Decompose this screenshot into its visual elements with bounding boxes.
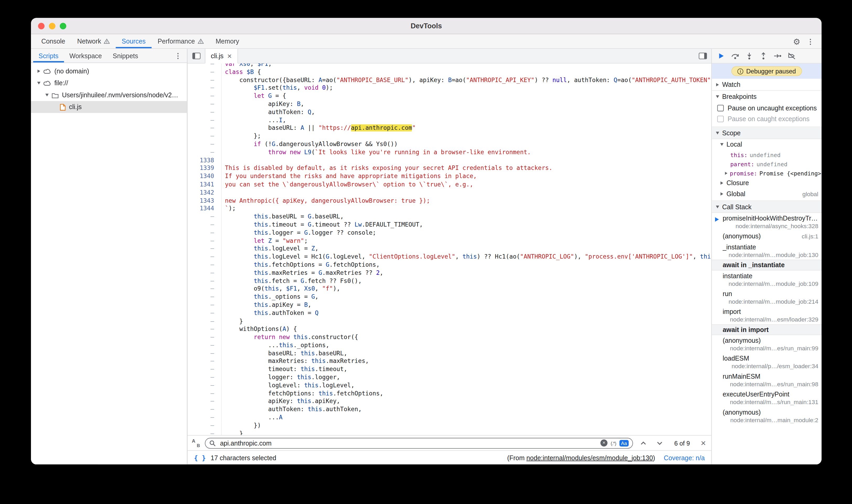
scope-section-header[interactable]: Scope xyxy=(712,127,821,139)
match-case-toggle[interactable]: Aa xyxy=(619,440,628,446)
line-gutter[interactable]: – xyxy=(188,221,222,229)
window-titlebar[interactable]: DevTools xyxy=(31,18,821,34)
line-gutter[interactable]: – xyxy=(188,342,222,350)
line-gutter[interactable]: – xyxy=(188,93,222,101)
line-gutter[interactable]: – xyxy=(188,64,222,68)
line-gutter[interactable]: – xyxy=(188,325,222,334)
deactivate-breakpoints-icon[interactable] xyxy=(786,51,797,61)
call-stack-frame[interactable]: executeUserEntryPointnode:internal/m…s/r… xyxy=(712,389,821,407)
line-gutter[interactable]: – xyxy=(188,358,222,366)
clear-search-icon[interactable]: × xyxy=(600,439,607,447)
line-gutter[interactable]: – xyxy=(188,133,222,141)
line-gutter[interactable]: – xyxy=(188,141,222,149)
coverage-link[interactable]: Coverage: n/a xyxy=(664,454,705,462)
call-stack-frame[interactable]: runMainESMnode:internal/m…es/run_main:98 xyxy=(712,371,821,389)
line-gutter[interactable]: 1342 xyxy=(188,189,222,197)
resume-script-icon[interactable] xyxy=(715,51,726,61)
code-editor[interactable]: –var Xs0, $F1,–class $B {– constructor({… xyxy=(188,64,711,435)
line-gutter[interactable]: – xyxy=(188,430,222,435)
checkbox[interactable] xyxy=(717,116,724,122)
toggle-navigator-icon[interactable] xyxy=(188,49,205,63)
breakpoints-section-header[interactable]: Breakpoints xyxy=(712,91,821,103)
source-map-link[interactable]: node:internal/modules/esm/module_job:130 xyxy=(527,454,653,462)
next-match-button[interactable] xyxy=(654,441,666,445)
step-into-icon[interactable] xyxy=(744,51,755,61)
tab-snippets[interactable]: Snippets xyxy=(107,49,143,62)
line-gutter[interactable]: – xyxy=(188,125,222,133)
line-gutter[interactable]: – xyxy=(188,414,222,422)
disclosure-triangle[interactable] xyxy=(37,82,40,85)
regex-toggle-icon[interactable]: (.*) xyxy=(611,440,616,446)
line-gutter[interactable]: – xyxy=(188,149,222,157)
line-gutter[interactable]: – xyxy=(188,245,222,253)
close-search-icon[interactable]: × xyxy=(698,439,706,447)
line-gutter[interactable]: – xyxy=(188,269,222,277)
call-stack-frame[interactable]: (anonymous)cli.js:1 xyxy=(712,231,821,241)
minimize-window-button[interactable] xyxy=(49,22,55,29)
line-gutter[interactable]: – xyxy=(188,301,222,309)
line-gutter[interactable]: – xyxy=(188,293,222,302)
disclosure-triangle[interactable] xyxy=(46,94,49,96)
settings-gear-icon[interactable]: ⚙ xyxy=(793,37,800,46)
call-stack-frame[interactable]: (anonymous)node:internal/m…main_module:2 xyxy=(712,407,821,425)
line-gutter[interactable]: – xyxy=(188,366,222,374)
scope-variable[interactable]: promise: Promise {<pending>} xyxy=(712,168,821,178)
line-gutter[interactable]: 1341 xyxy=(188,181,222,189)
line-gutter[interactable]: 1339 xyxy=(188,165,222,173)
line-gutter[interactable]: 1344 xyxy=(188,205,222,213)
call-stack-frame[interactable]: importnode:internal/m…esm/loader:329 xyxy=(712,306,821,324)
tab-network[interactable]: Network xyxy=(71,34,116,49)
zoom-window-button[interactable] xyxy=(60,22,66,29)
line-gutter[interactable]: – xyxy=(188,349,222,358)
call-stack-section-header[interactable]: Call Stack xyxy=(712,201,821,213)
toggle-sources-panel-icon[interactable] xyxy=(694,49,711,63)
line-gutter[interactable]: – xyxy=(188,229,222,237)
line-gutter[interactable]: – xyxy=(188,390,222,398)
line-gutter[interactable]: – xyxy=(188,318,222,326)
line-gutter[interactable]: – xyxy=(188,382,222,390)
navigator-more-icon[interactable]: ⋮ xyxy=(169,52,187,60)
line-gutter[interactable]: – xyxy=(188,116,222,125)
line-gutter[interactable]: – xyxy=(188,374,222,382)
tree-item-cli-js[interactable]: cli.js xyxy=(31,101,187,113)
line-gutter[interactable]: – xyxy=(188,277,222,285)
line-gutter[interactable]: 1340 xyxy=(188,173,222,181)
line-gutter[interactable]: – xyxy=(188,309,222,318)
tab-workspace[interactable]: Workspace xyxy=(64,49,107,62)
previous-match-button[interactable] xyxy=(637,441,650,445)
more-options-icon[interactable]: ⋮ xyxy=(807,38,814,45)
line-gutter[interactable]: – xyxy=(188,109,222,117)
line-gutter[interactable]: – xyxy=(188,213,222,221)
line-gutter[interactable]: – xyxy=(188,76,222,85)
scope-group-global[interactable]: Globalglobal xyxy=(712,188,821,199)
line-gutter[interactable]: – xyxy=(188,398,222,406)
line-gutter[interactable]: – xyxy=(188,85,222,93)
call-stack-frame[interactable]: (anonymous)node:internal/m…es/run_main:9… xyxy=(712,335,821,353)
line-gutter[interactable]: – xyxy=(188,253,222,262)
call-stack-frame[interactable]: runnode:internal/m…module_job:214 xyxy=(712,288,821,306)
tab-console[interactable]: Console xyxy=(35,34,71,49)
call-stack-frame[interactable]: _instantiatenode:internal/m…module_job:1… xyxy=(712,242,821,259)
tree-item-file[interactable]: file:// xyxy=(31,77,187,89)
step-icon[interactable] xyxy=(772,51,783,61)
tree-item-users-jinhuilee-nvm-versions-node-v2[interactable]: Users/jinhuilee/.nvm/versions/node/v2… xyxy=(31,89,187,101)
line-gutter[interactable]: – xyxy=(188,285,222,293)
close-tab-icon[interactable]: × xyxy=(227,52,232,60)
step-out-icon[interactable] xyxy=(758,51,769,61)
checkbox[interactable] xyxy=(717,105,724,111)
pretty-print-icon[interactable]: { } xyxy=(194,454,206,462)
tab-performance[interactable]: Performance xyxy=(152,34,210,49)
search-input[interactable] xyxy=(219,439,597,447)
line-gutter[interactable]: – xyxy=(188,69,222,76)
line-gutter[interactable]: 1343 xyxy=(188,197,222,205)
call-stack-frame[interactable]: loadESMnode:internal/p…/esm_loader:34 xyxy=(712,353,821,371)
scope-group-local[interactable]: Local xyxy=(712,139,821,150)
close-window-button[interactable] xyxy=(38,22,45,29)
line-gutter[interactable]: – xyxy=(188,406,222,414)
disclosure-triangle[interactable] xyxy=(37,70,40,73)
tab-memory[interactable]: Memory xyxy=(210,34,245,49)
step-over-icon[interactable] xyxy=(730,51,741,61)
line-gutter[interactable]: 1338 xyxy=(188,157,222,165)
line-gutter[interactable]: – xyxy=(188,422,222,430)
tab-sources[interactable]: Sources xyxy=(116,34,152,49)
